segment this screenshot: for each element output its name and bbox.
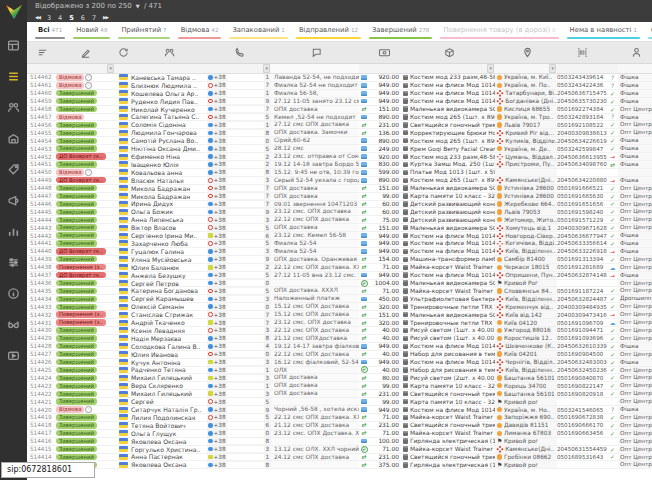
- table-row[interactable]: 514450 Відмова Ковальова анна +38 8 15.1…: [27, 169, 652, 177]
- column-product-icon[interactable]: [401, 47, 495, 58]
- sidebar-item-statistics[interactable]: [0, 217, 27, 248]
- table-row[interactable]: 514440 ДО Возврат ск.. Гуцалюк Галина +3…: [27, 248, 652, 256]
- table-row[interactable]: 514430 Завершений Ксенія Левадняя +38 3 …: [27, 327, 652, 335]
- table-row[interactable]: 514424 Завершений Михаил Гилецький +38 3…: [27, 374, 652, 382]
- table-row[interactable]: 514445 Завершений Ольга Божик +38 9 23.1…: [27, 208, 652, 216]
- status-badge[interactable]: Завершений: [56, 430, 97, 436]
- status-badge[interactable]: ДО Возврат ск..: [56, 272, 106, 278]
- tab-Всі[interactable]: Всі471: [31, 22, 69, 41]
- phone-cell[interactable]: +38 2: [207, 161, 271, 168]
- page-button-6[interactable]: 6: [81, 14, 85, 22]
- last-page-button[interactable]: ▶▶: [103, 15, 108, 20]
- table-row[interactable]: 514451 Завершений Іващенко Юлія +38 2 19…: [27, 161, 652, 169]
- phone-cell[interactable]: +38 2: [207, 153, 271, 160]
- tab-Повернення товару (в дорозі)[interactable]: Повернення товару (в дорозі)0: [436, 22, 562, 41]
- status-badge[interactable]: Завершений: [56, 391, 97, 397]
- phone-cell[interactable]: +38 5: [207, 224, 271, 231]
- sidebar-item-info[interactable]: [0, 279, 27, 310]
- status-badge[interactable]: ДО Возврат ск..: [56, 248, 106, 254]
- status-badge[interactable]: Завершений: [56, 367, 97, 373]
- status-badge[interactable]: Завершений: [56, 209, 97, 215]
- table-row[interactable]: 514416 Завершений Яковлева Оксана +38 8 …: [27, 438, 652, 446]
- status-badge[interactable]: Завершений: [56, 414, 97, 420]
- table-row[interactable]: 514444 Завершений Анна Липенська +38 3 2…: [27, 216, 652, 224]
- table-row[interactable]: 514449 ДО Возврат ск.. Власюк Наталья +3…: [27, 177, 652, 185]
- status-badge[interactable]: ДО Возврат ск..: [56, 153, 106, 159]
- status-badge[interactable]: Завершений: [56, 383, 97, 389]
- phone-cell[interactable]: +38 8: [207, 129, 271, 136]
- column-sort-icon[interactable]: [27, 47, 55, 58]
- phone-cell[interactable]: +38 9: [207, 256, 271, 263]
- table-row[interactable]: 514431 Повернення (з.. Андрій Ткаченко +…: [27, 319, 652, 327]
- table-row[interactable]: 514462 Відмова Каневська Тамара .. +38 1…: [27, 74, 652, 82]
- phone-cell[interactable]: +38 5: [207, 145, 271, 152]
- phone-cell[interactable]: +38 2: [207, 264, 271, 271]
- status-badge[interactable]: Завершений: [56, 240, 97, 246]
- phone-cell[interactable]: +38 7: [207, 193, 271, 200]
- table-row[interactable]: 514458 Завершений Николай Кучеренко +38 …: [27, 106, 652, 114]
- status-badge[interactable]: Завершений: [56, 438, 97, 444]
- table-row[interactable]: 514446 Завершений Ирина Дидух +38 7 09.0…: [27, 201, 652, 209]
- phone-cell[interactable]: +38 0: [207, 351, 271, 358]
- phone-cell[interactable]: +38 3: [207, 177, 271, 184]
- sidebar-item-company[interactable]: [0, 124, 27, 155]
- phone-cell[interactable]: +38 7: [207, 106, 271, 113]
- phone-cell[interactable]: +38 9: [207, 406, 271, 413]
- phone-cell[interactable]: +38 8: [207, 438, 271, 445]
- phone-cell[interactable]: +38 0: [207, 430, 271, 437]
- status-badge[interactable]: Завершений: [56, 422, 97, 428]
- status-badge[interactable]: Завершений: [56, 201, 97, 207]
- sidebar-item-marketing[interactable]: [0, 186, 27, 217]
- column-call-sync-icon[interactable]: [115, 47, 131, 58]
- phone-cell[interactable]: +38 7: [207, 311, 271, 318]
- phone-cell[interactable]: +38 3: [207, 295, 271, 302]
- sidebar-item-dashboard[interactable]: [0, 31, 27, 62]
- table-row[interactable]: 514439 Завершений Уляна Мусійовська +38 …: [27, 256, 652, 264]
- table-row[interactable]: 514428 Завершений Солодкова Галина В.. +…: [27, 343, 652, 351]
- status-badge[interactable]: Відмова: [56, 114, 84, 120]
- phone-cell[interactable]: +38 3: [207, 374, 271, 381]
- phone-cell[interactable]: +38 1: [207, 454, 271, 461]
- phone-cell[interactable]: +38 7: [207, 82, 271, 89]
- status-badge[interactable]: Відмова: [56, 82, 84, 88]
- status-badge[interactable]: Завершений: [56, 280, 97, 286]
- phone-cell[interactable]: +38 3: [207, 390, 271, 397]
- page-button-5[interactable]: 5: [69, 14, 74, 22]
- column-comment-icon[interactable]: [271, 42, 359, 63]
- status-badge[interactable]: Завершений: [56, 375, 97, 381]
- status-badge[interactable]: Повернення (з..: [56, 319, 106, 325]
- phone-cell[interactable]: +38 5: [207, 287, 271, 294]
- table-row[interactable]: 514419 Завершений Лилия Подолинская +38 …: [27, 414, 652, 422]
- tab-Відмова[interactable]: Відмова42: [174, 22, 226, 41]
- status-badge[interactable]: Завершений: [56, 343, 97, 349]
- status-badge[interactable]: Завершений: [56, 454, 97, 460]
- sidebar-item-orders[interactable]: [0, 62, 27, 93]
- phone-cell[interactable]: +38 5: [207, 240, 271, 247]
- column-manager-icon[interactable]: [618, 42, 652, 63]
- phone-cell[interactable]: +38 3: [207, 327, 271, 334]
- status-badge[interactable]: Завершений: [56, 327, 97, 333]
- table-row[interactable]: 514425 Завершений Радченко Тетяна +38 1 …: [27, 367, 652, 375]
- phone-cell[interactable]: +38 6: [207, 232, 271, 239]
- phone-cell[interactable]: +38 5: [207, 398, 271, 405]
- phone-cell[interactable]: +38 6: [207, 422, 271, 429]
- address-filter-dropdown[interactable]: [495, 64, 557, 73]
- page-button-7[interactable]: 7: [92, 14, 96, 22]
- phone-cell[interactable]: +38 8: [207, 461, 271, 468]
- column-edit-icon[interactable]: [55, 47, 115, 58]
- phone-cell[interactable]: +38 4: [207, 343, 271, 350]
- status-badge[interactable]: Завершений: [56, 90, 97, 96]
- first-page-button[interactable]: ◀◀: [35, 15, 40, 20]
- phone-filter-dropdown[interactable]: [207, 64, 271, 73]
- status-badge[interactable]: Завершений: [56, 398, 97, 404]
- table-row[interactable]: 514417 Завершений Ольга Глущук +38 0 23.…: [27, 430, 652, 438]
- status-badge[interactable]: Завершений: [56, 130, 97, 136]
- status-badge[interactable]: Завершений: [56, 217, 97, 223]
- status-badge[interactable]: Відмова: [56, 406, 84, 412]
- per-page-caret-icon[interactable]: ▼: [136, 3, 140, 9]
- page-button-4[interactable]: 4: [58, 14, 62, 22]
- phone-cell[interactable]: +38 7: [207, 319, 271, 326]
- table-row[interactable]: 514423 Завершений Вера Скляренко +38 1 О…: [27, 382, 652, 390]
- phone-cell[interactable]: +38 1: [207, 74, 271, 81]
- tab-Прийнятий[interactable]: Прийнятий7: [114, 22, 173, 41]
